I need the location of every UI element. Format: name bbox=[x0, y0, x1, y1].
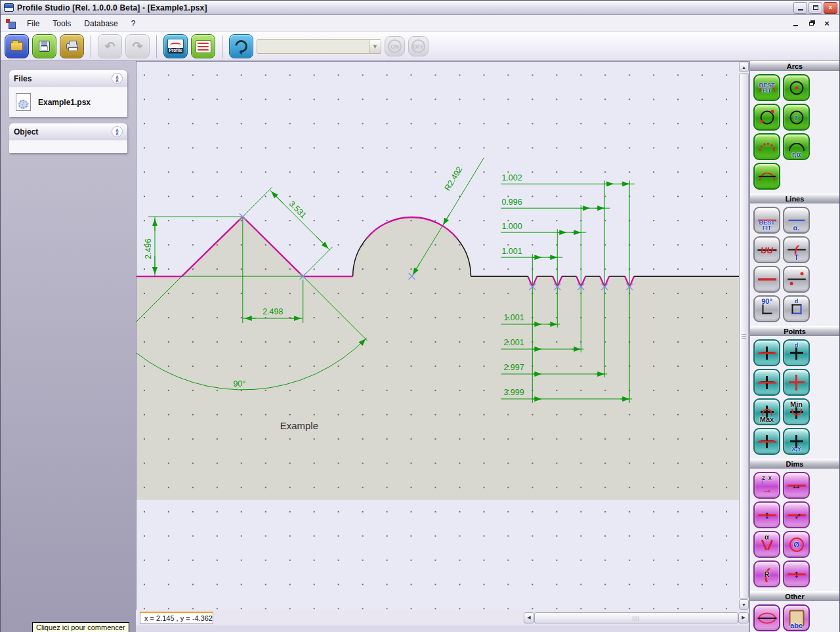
save-button[interactable] bbox=[32, 34, 56, 58]
point-on-segment-button[interactable] bbox=[753, 428, 780, 455]
open-file-button[interactable] bbox=[5, 34, 29, 58]
arc-by-center-button[interactable] bbox=[783, 74, 810, 101]
dim-oblique-button[interactable] bbox=[783, 501, 810, 528]
mdi-close-button[interactable]: × bbox=[822, 20, 831, 28]
title-bar: Profile Studio [Rel. 1.0.0.0 Beta] - [Ex… bbox=[1, 1, 839, 15]
file-item[interactable]: Example1.psx bbox=[38, 98, 91, 107]
on-button[interactable]: ON bbox=[385, 36, 405, 56]
redo-icon: ↷ bbox=[133, 40, 143, 53]
section-header-dims: Dims bbox=[750, 459, 839, 469]
restore-button[interactable] bbox=[808, 2, 822, 14]
scroll-right-icon[interactable]: ▶ bbox=[738, 612, 749, 623]
app-window: Profile Studio [Rel. 1.0.0.0 Beta] - [Ex… bbox=[0, 0, 840, 632]
psx-file-icon bbox=[16, 93, 31, 111]
dim-diameter-button[interactable]: Ø bbox=[783, 531, 810, 558]
dim-point-line-button[interactable] bbox=[783, 560, 810, 587]
floppy-icon bbox=[39, 41, 50, 52]
menu-bar: File Tools Database ? × bbox=[1, 15, 839, 32]
annotation-button[interactable]: abc bbox=[783, 604, 810, 631]
arc-3-points-button[interactable] bbox=[753, 104, 780, 131]
dim-horizontal-button[interactable] bbox=[783, 472, 810, 499]
line-tangent-button[interactable]: T bbox=[783, 236, 810, 263]
arc-radius-button[interactable]: r bbox=[783, 104, 810, 131]
line-parallel-button[interactable] bbox=[753, 266, 780, 293]
line-2-points-button[interactable] bbox=[783, 266, 810, 293]
horizontal-scroll-thumb[interactable]: |||| bbox=[534, 612, 738, 623]
connect-icon bbox=[232, 37, 249, 54]
connect-device-button[interactable] bbox=[229, 34, 253, 58]
waveforms-icon bbox=[196, 40, 211, 53]
point-xy-button[interactable]: X,Y bbox=[783, 428, 810, 455]
tools[interactable]: Tools bbox=[46, 16, 77, 31]
window-title: Profile Studio [Rel. 1.0.0.0 Beta] - [Ex… bbox=[17, 3, 207, 12]
part-name-label: Example bbox=[280, 420, 318, 431]
line-thru-waves-button[interactable] bbox=[753, 236, 780, 263]
point-distance-button[interactable]: d bbox=[783, 339, 810, 366]
files-pane-header[interactable]: Files ∧∧ bbox=[9, 70, 127, 87]
chevron-down-icon[interactable]: ▼ bbox=[369, 40, 381, 53]
vertical-scrollbar[interactable]: ▲ ▼ bbox=[739, 62, 749, 610]
toolbar-separator bbox=[222, 35, 222, 58]
dim-angle-label: 90° bbox=[233, 379, 245, 389]
dim-vertical-button[interactable] bbox=[753, 501, 780, 528]
profile-icon: Profile bbox=[167, 39, 184, 54]
point-intersection-button[interactable] bbox=[783, 369, 810, 396]
point-min-button[interactable]: Min bbox=[783, 398, 810, 425]
off-button[interactable]: OFF bbox=[408, 36, 429, 56]
cumulative-dim-label: 2.001 bbox=[503, 338, 524, 347]
document-icon bbox=[6, 19, 15, 28]
redo-button[interactable]: ↷ bbox=[125, 34, 150, 58]
dim-angle-button[interactable]: α bbox=[753, 531, 780, 558]
cumulative-dim-label: 1.001 bbox=[503, 313, 524, 322]
mdi-minimize-button[interactable] bbox=[791, 20, 800, 28]
database[interactable]: Database bbox=[77, 16, 124, 31]
point-on-curve-button[interactable] bbox=[753, 339, 780, 366]
multi-profile-button[interactable] bbox=[191, 34, 215, 58]
scroll-left-icon[interactable]: ◀ bbox=[524, 612, 534, 623]
scroll-down-icon[interactable]: ▼ bbox=[739, 599, 749, 610]
arc-best-fit-button[interactable]: BEST FIT bbox=[753, 74, 780, 101]
point-max-button[interactable]: Max bbox=[753, 398, 780, 425]
undo-button[interactable]: ↶ bbox=[98, 34, 122, 58]
symmetry-button[interactable] bbox=[753, 604, 780, 631]
print-button[interactable] bbox=[60, 34, 84, 58]
app-icon bbox=[4, 3, 14, 12]
other-tools: abc bbox=[750, 601, 839, 632]
object-pane-header[interactable]: Object ∧∧ bbox=[9, 123, 127, 140]
section-header-lines: Lines bbox=[750, 194, 839, 203]
dim-zx-axes-button[interactable]: z x bbox=[753, 472, 780, 499]
chevron-up-icon[interactable]: ∧∧ bbox=[112, 73, 123, 84]
vertical-scroll-thumb[interactable] bbox=[739, 73, 749, 599]
lines-tools: BEST FIT α. T bbox=[750, 203, 839, 326]
line-square-button[interactable]: d bbox=[783, 295, 810, 322]
chevron-up-icon[interactable]: ∧∧ bbox=[112, 126, 123, 137]
minimize-button[interactable] bbox=[793, 2, 807, 14]
arc-on-profile-button[interactable] bbox=[753, 163, 780, 190]
profile-view-button[interactable]: Profile bbox=[163, 34, 188, 58]
toolbar-separator bbox=[156, 35, 157, 58]
scroll-up-icon[interactable]: ▲ bbox=[739, 62, 749, 72]
device-combobox[interactable]: ▼ bbox=[257, 39, 381, 54]
mdi-restore-button[interactable] bbox=[807, 20, 816, 28]
points-tools: d Max Min bbox=[750, 336, 839, 459]
point-on-line-button[interactable] bbox=[753, 369, 780, 396]
pitch-dim-label: 1.001 bbox=[501, 247, 522, 256]
drawing-canvas[interactable]: 2.496 3.531 2.498 90° R2.492 1.002 0.996… bbox=[136, 62, 739, 610]
dim-base-label: 2.498 bbox=[262, 307, 283, 316]
section-header-points: Points bbox=[750, 326, 839, 336]
arc-r-alpha-button[interactable]: r,α bbox=[783, 133, 810, 160]
close-button[interactable]: × bbox=[824, 2, 837, 14]
dim-radius-button[interactable]: R bbox=[753, 560, 780, 587]
file[interactable]: File bbox=[20, 16, 46, 31]
line-best-fit-button[interactable]: BEST FIT bbox=[753, 207, 780, 234]
horizontal-scrollbar[interactable]: ◀ |||| ▶ bbox=[524, 612, 749, 623]
section-header-other: Other bbox=[750, 591, 839, 601]
pitch-dim-label: 0.996 bbox=[501, 198, 522, 207]
printer-icon bbox=[66, 43, 78, 49]
line-90deg-button[interactable]: 90° bbox=[753, 295, 780, 322]
status-bar: x = 2.145 , y = -4.362 ◀ |||| ▶ bbox=[136, 610, 749, 625]
files-pane-title: Files bbox=[14, 74, 32, 83]
line-d-alpha-button[interactable]: α. bbox=[783, 207, 810, 234]
arc-thru-points-button[interactable] bbox=[753, 133, 780, 160]
-[interactable]: ? bbox=[125, 16, 142, 31]
